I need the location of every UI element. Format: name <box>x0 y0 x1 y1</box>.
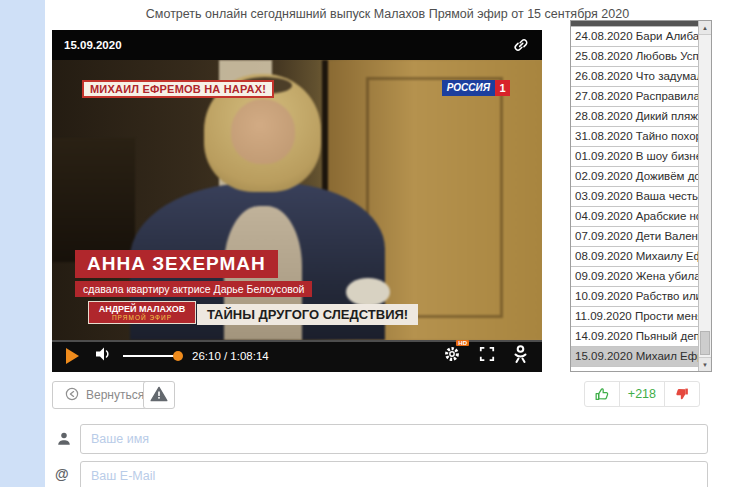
list-item[interactable]: 15.09.2020 Михаил Ефремов <box>571 347 698 367</box>
page: Смотреть онлайн сегодняшний выпуск Малах… <box>0 0 730 487</box>
name-input[interactable] <box>80 424 708 454</box>
list-item[interactable]: 27.08.2020 Расправилась с г <box>571 87 698 107</box>
back-icon <box>65 387 79 404</box>
thumb-up-icon <box>593 385 611 403</box>
play-button[interactable] <box>66 348 79 364</box>
settings-gear-icon[interactable]: HD <box>443 345 461 367</box>
hd-quality-badge: HD <box>456 340 469 346</box>
dislike-button[interactable] <box>664 381 700 407</box>
list-item[interactable]: 28.08.2020 Дикий пляж убий <box>571 107 698 127</box>
list-item[interactable]: 24.08.2020 Бари Алибасов в <box>571 27 698 47</box>
episode-list-scrollbar[interactable]: ▲ ▼ <box>698 21 711 371</box>
warning-icon <box>150 386 168 405</box>
list-item[interactable]: 09.09.2020 Жена убила и ра <box>571 267 698 287</box>
list-item[interactable]: 10.09.2020 Рабство или побе <box>571 287 698 307</box>
video-frame[interactable]: МИХАИЛ ЕФРЕМОВ НА НАРАХ! РОССИЯ 1 АННА З… <box>52 60 542 340</box>
page-background-strip <box>0 0 45 487</box>
volume-slider[interactable] <box>123 355 178 357</box>
scrollbar-thumb[interactable] <box>700 331 710 355</box>
player-date-label: 15.09.2020 <box>64 39 122 51</box>
rating-widget: +218 <box>584 381 700 407</box>
scroll-up-icon[interactable]: ▲ <box>699 21 711 35</box>
scene-door-panel <box>366 77 503 318</box>
list-item[interactable]: 14.09.2020 Пьяный депутат у <box>571 327 698 347</box>
volume-icon[interactable] <box>95 346 113 366</box>
back-button[interactable]: Вернуться <box>52 381 157 409</box>
channel-logo-number: 1 <box>495 80 510 96</box>
player-top-bar: 15.09.2020 <box>52 30 542 60</box>
caption-subtitle: сдавала квартиру актрисе Дарье Белоусово… <box>75 281 312 297</box>
channel-logo: РОССИЯ 1 <box>442 80 510 96</box>
episode-list-items: 24.08.2020 Бари Алибасов в25.08.2020 Люб… <box>571 21 698 371</box>
list-item[interactable]: 11.09.2020 Прости меня сын <box>571 307 698 327</box>
show-badge-subtitle: ПРЯМОЙ ЭФИР <box>95 314 189 321</box>
caption-name: АННА ЗЕХЕРМАН <box>75 250 278 278</box>
list-item[interactable]: 07.09.2020 Дети Валентины <box>571 227 698 247</box>
like-button[interactable] <box>584 381 620 407</box>
scene-person-face <box>231 99 295 163</box>
email-input[interactable] <box>80 461 708 487</box>
volume-knob[interactable] <box>173 351 183 361</box>
thumb-down-icon <box>673 385 691 403</box>
report-button[interactable] <box>143 381 175 409</box>
video-player: 15.09.2020 <box>52 30 542 372</box>
time-display: 26:10 / 1:08:14 <box>192 350 269 362</box>
email-at-icon: @ <box>55 466 69 482</box>
share-link-icon[interactable] <box>512 36 530 54</box>
scene-furniture <box>52 138 135 261</box>
player-controls: 26:10 / 1:08:14 HD <box>52 340 542 372</box>
scroll-down-icon[interactable]: ▼ <box>699 357 711 371</box>
list-item[interactable]: 03.09.2020 Ваша честь я при <box>571 187 698 207</box>
episode-list: 24.08.2020 Бари Алибасов в25.08.2020 Люб… <box>570 20 712 372</box>
back-button-label: Вернуться <box>86 388 144 402</box>
channel-logo-name: РОССИЯ <box>442 80 495 96</box>
list-item[interactable]: 02.09.2020 Доживём до поне <box>571 167 698 187</box>
fullscreen-icon[interactable] <box>479 346 495 366</box>
show-badge: АНДРЕЙ МАЛАХОВ ПРЯМОЙ ЭФИР <box>88 301 196 324</box>
list-item[interactable]: 31.08.2020 Тайно похоронил <box>571 127 698 147</box>
video-scene <box>52 60 542 340</box>
list-item[interactable]: 26.08.2020 Что задумал Мих <box>571 67 698 87</box>
page-title: Смотреть онлайн сегодняшний выпуск Малах… <box>45 7 730 21</box>
rating-count-value: +218 <box>628 387 656 401</box>
topic-banner: ТАЙНЫ ДРУГОГО СЛЕДСТВИЯ! <box>197 304 418 325</box>
rating-count: +218 <box>619 381 665 407</box>
odnoklassniki-icon[interactable] <box>513 345 528 367</box>
list-item[interactable]: 01.09.2020 В шоу бизнесе сп <box>571 147 698 167</box>
headline-banner: МИХАИЛ ЕФРЕМОВ НА НАРАХ! <box>82 80 274 98</box>
show-badge-title: АНДРЕЙ МАЛАХОВ <box>95 304 189 314</box>
list-item[interactable]: 04.09.2020 Арабские ночи в <box>571 207 698 227</box>
list-item[interactable]: 25.08.2020 Любовь Успенска <box>571 47 698 67</box>
list-item[interactable]: 08.09.2020 Михаилу Ефремо <box>571 247 698 267</box>
user-icon <box>56 431 72 451</box>
